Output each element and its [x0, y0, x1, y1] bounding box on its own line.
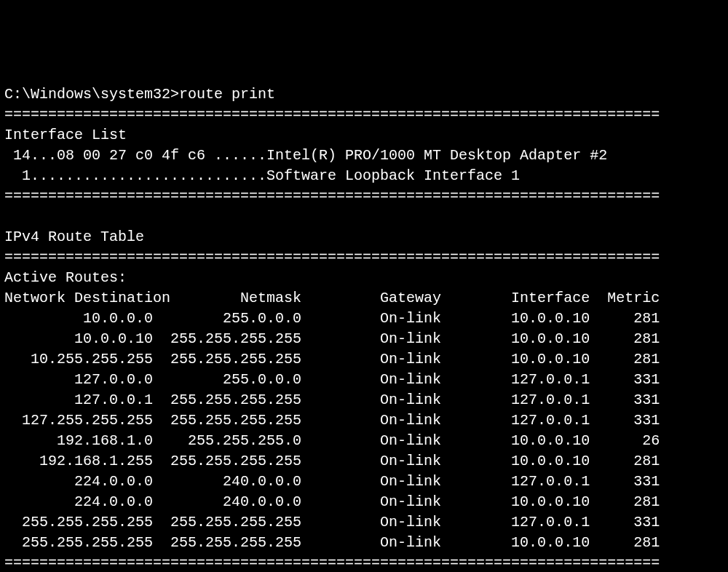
divider: ========================================…: [4, 555, 660, 571]
interface-line: 1...........................Software Loo…: [4, 167, 520, 184]
terminal-output: C:\Windows\system32>route print ========…: [4, 84, 724, 572]
command[interactable]: route print: [179, 86, 275, 103]
active-routes-title: Active Routes:: [4, 269, 127, 286]
interface-line: 14...08 00 27 c0 4f c6 ......Intel(R) PR…: [4, 147, 607, 164]
prompt-path: C:\Windows\system32>: [4, 86, 179, 103]
prompt-line: C:\Windows\system32>route print: [4, 86, 275, 103]
route-header: Network Destination Netmask Gateway Inte…: [4, 290, 660, 306]
divider: ========================================…: [4, 249, 660, 266]
divider: ========================================…: [4, 106, 660, 123]
route-rows: 10.0.0.0 255.0.0.0 On-link 10.0.0.10 281…: [4, 309, 724, 553]
divider: ========================================…: [4, 188, 660, 204]
ipv4-title: IPv4 Route Table: [4, 229, 144, 245]
interface-list-title: Interface List: [4, 127, 127, 143]
